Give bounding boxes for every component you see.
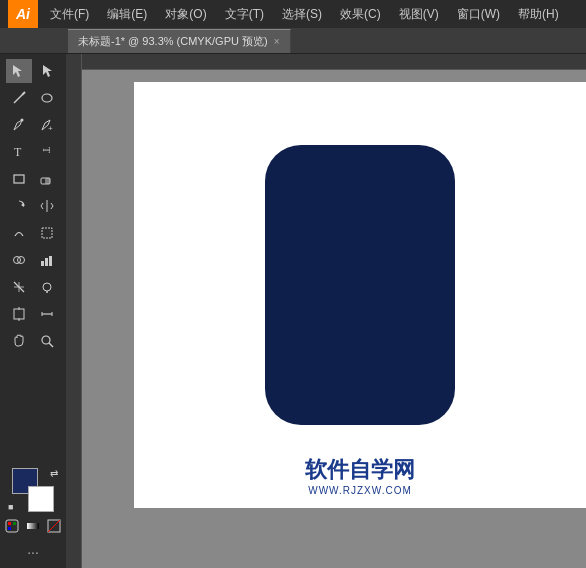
watermark-url: WWW.RJZXW.COM (305, 485, 415, 496)
svg-line-39 (48, 520, 60, 532)
toolbar-row-6 (0, 193, 66, 219)
svg-rect-33 (6, 520, 18, 532)
menu-select[interactable]: 选择(S) (274, 2, 330, 27)
hand-tool[interactable] (6, 329, 32, 353)
tab-bar: 未标题-1* @ 93.3% (CMYK/GPU 预览) × (0, 28, 586, 54)
shape-builder-tool[interactable] (6, 248, 32, 272)
color-boxes: ⇄ ■ (8, 468, 58, 512)
svg-text:+: + (48, 124, 53, 132)
toolbar-row-9 (0, 274, 66, 300)
toolbar-row-10 (0, 301, 66, 327)
menu-edit[interactable]: 编辑(E) (99, 2, 155, 27)
type-tool[interactable]: T (6, 140, 32, 164)
toolbar-row-11 (0, 328, 66, 354)
add-anchor-tool[interactable]: + (34, 113, 60, 137)
menu-effect[interactable]: 效果(C) (332, 2, 389, 27)
menu-file[interactable]: 文件(F) (42, 2, 97, 27)
magic-wand-tool[interactable] (6, 86, 32, 110)
svg-point-23 (43, 283, 51, 291)
watermark: 软件自学网 WWW.RJZXW.COM (305, 455, 415, 496)
selection-tool[interactable] (6, 59, 32, 83)
reflect-tool[interactable] (34, 194, 60, 218)
title-bar: Ai 文件(F) 编辑(E) 对象(O) 文字(T) 选择(S) 效果(C) 视… (0, 0, 586, 28)
toolbar-row-1 (0, 58, 66, 84)
svg-point-31 (42, 336, 50, 344)
toolbar-row-3: + (0, 112, 66, 138)
stroke-color-box[interactable] (28, 486, 54, 512)
ai-logo: Ai (8, 0, 38, 28)
more-tools-button[interactable]: ··· (23, 540, 43, 564)
symbol-tool[interactable] (34, 275, 60, 299)
default-colors-icon[interactable]: ■ (8, 502, 13, 512)
direct-selection-tool[interactable] (34, 59, 60, 83)
svg-text:T: T (41, 147, 52, 153)
canvas-area: 软件自学网 WWW.RJZXW.COM (66, 54, 586, 568)
tab-title: 未标题-1* @ 93.3% (CMYK/GPU 预览) (78, 34, 268, 49)
swap-colors-icon[interactable]: ⇄ (50, 468, 58, 479)
toolbar-row-7 (0, 220, 66, 246)
chart-tool[interactable] (34, 248, 60, 272)
color-section: ⇄ ■ ··· (0, 464, 66, 568)
svg-marker-1 (43, 65, 52, 77)
measure-tool[interactable] (34, 302, 60, 326)
svg-rect-19 (49, 256, 52, 266)
vertical-type-tool[interactable]: T (34, 140, 60, 164)
active-tab[interactable]: 未标题-1* @ 93.3% (CMYK/GPU 预览) × (68, 29, 291, 53)
slice-tool[interactable] (6, 275, 32, 299)
svg-line-32 (49, 343, 53, 347)
none-button[interactable] (45, 517, 63, 535)
tab-close-button[interactable]: × (274, 36, 280, 47)
color-mode-button[interactable] (3, 517, 21, 535)
svg-rect-35 (13, 522, 16, 525)
svg-rect-17 (41, 261, 44, 266)
svg-rect-11 (45, 178, 50, 184)
toolbar-row-5 (0, 166, 66, 192)
svg-rect-18 (45, 258, 48, 266)
svg-rect-34 (8, 522, 11, 525)
svg-text:T: T (14, 145, 22, 159)
menu-object[interactable]: 对象(O) (157, 2, 214, 27)
left-toolbar: + T T (0, 54, 66, 568)
menu-view[interactable]: 视图(V) (391, 2, 447, 27)
left-ruler (66, 54, 82, 568)
lasso-tool[interactable] (34, 86, 60, 110)
svg-rect-9 (14, 175, 24, 183)
main-layout: + T T (0, 54, 586, 568)
pen-tool[interactable] (6, 113, 32, 137)
menu-type[interactable]: 文字(T) (217, 2, 272, 27)
svg-marker-0 (13, 65, 22, 77)
gradient-button[interactable] (24, 517, 42, 535)
artboard: 软件自学网 WWW.RJZXW.COM (134, 82, 586, 508)
svg-rect-25 (14, 309, 24, 319)
rectangle-tool[interactable] (6, 167, 32, 191)
menu-window[interactable]: 窗口(W) (449, 2, 508, 27)
toolbar-row-4: T T (0, 139, 66, 165)
toolbar-row-8 (0, 247, 66, 273)
svg-line-3 (22, 92, 25, 95)
menu-help[interactable]: 帮助(H) (510, 2, 567, 27)
rotate-tool[interactable] (6, 194, 32, 218)
svg-marker-12 (21, 203, 24, 207)
svg-rect-37 (27, 523, 39, 529)
svg-rect-14 (42, 228, 52, 238)
free-transform-tool[interactable] (34, 221, 60, 245)
toolbar-row-2 (0, 85, 66, 111)
bottom-icons (1, 515, 65, 537)
warp-tool[interactable] (6, 221, 32, 245)
menu-bar: 文件(F) 编辑(E) 对象(O) 文字(T) 选择(S) 效果(C) 视图(V… (42, 2, 567, 27)
top-ruler (66, 54, 586, 70)
svg-line-2 (14, 95, 22, 103)
watermark-title: 软件自学网 (305, 455, 415, 485)
svg-point-4 (42, 94, 52, 102)
rounded-rect-shape (265, 145, 455, 425)
eraser-tool[interactable] (34, 167, 60, 191)
svg-rect-36 (8, 527, 11, 530)
artboard-tool[interactable] (6, 302, 32, 326)
svg-point-5 (21, 119, 24, 122)
zoom-tool[interactable] (34, 329, 60, 353)
